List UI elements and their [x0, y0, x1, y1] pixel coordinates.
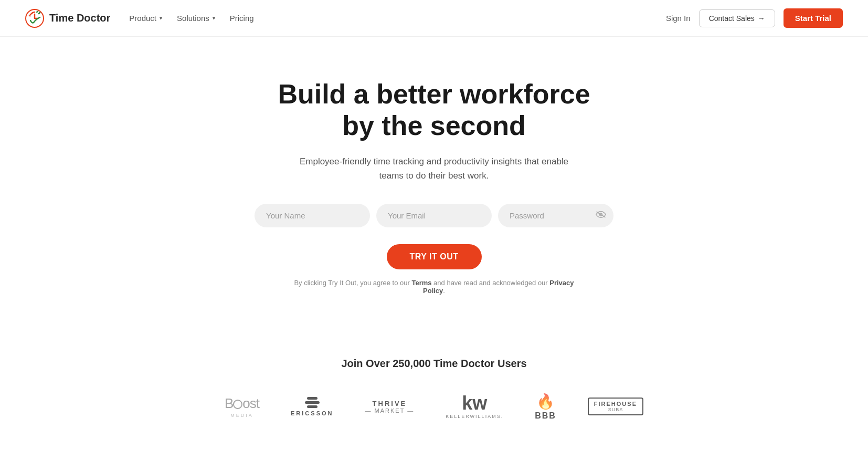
boost-media-logo: Bost MEDIA [225, 395, 259, 418]
logo-text: Time Doctor [49, 12, 110, 24]
email-input[interactable] [376, 204, 492, 227]
hero-section: Build a better workforce by the second E… [0, 37, 868, 326]
nav-left: Time Doctor Product ▾ Solutions ▾ Pricin… [25, 9, 254, 28]
logo-icon [25, 9, 44, 28]
hero-subtitle: Employee-friendly time tracking and prod… [292, 154, 576, 183]
thrive-market-logo: THRIVE — MARKET — [365, 400, 415, 414]
password-wrapper [498, 204, 613, 227]
arrow-right-icon: → [758, 14, 765, 23]
contact-sales-button[interactable]: Contact Sales → [699, 9, 775, 27]
terms-link[interactable]: Terms [411, 279, 431, 287]
nav-pricing[interactable]: Pricing [230, 14, 254, 23]
keller-williams-logo: kw KELLERWILLIAMS. [446, 394, 503, 419]
nav-right: Sign In Contact Sales → Start Trial [666, 8, 843, 28]
navbar: Time Doctor Product ▾ Solutions ▾ Pricin… [0, 0, 868, 37]
nav-product[interactable]: Product ▾ [129, 14, 162, 23]
social-proof-title: Join Over 250,000 Time Doctor Users [10, 358, 858, 370]
eye-icon[interactable] [596, 210, 606, 221]
signup-form [255, 204, 613, 227]
start-trial-button[interactable]: Start Trial [784, 8, 843, 28]
nav-links: Product ▾ Solutions ▾ Pricing [129, 14, 253, 23]
bbb-logo: 🔥 BBB [535, 393, 556, 421]
try-it-out-button[interactable]: TRY IT OUT [387, 244, 482, 269]
hero-title: Build a better workforce by the second [278, 79, 590, 142]
solutions-chevron-icon: ▾ [213, 15, 215, 21]
social-proof-section: Join Over 250,000 Time Doctor Users Bost… [0, 326, 868, 442]
firehouse-subs-logo: FIREHOUSE SUBS [588, 398, 643, 415]
brand-logos-row: Bost MEDIA ERICSSON THRIVE — MARKET — kw… [10, 393, 858, 421]
nav-solutions[interactable]: Solutions ▾ [177, 14, 215, 23]
product-chevron-icon: ▾ [160, 15, 162, 21]
sign-in-link[interactable]: Sign In [666, 14, 691, 23]
ericsson-logo: ERICSSON [291, 397, 333, 416]
logo-link[interactable]: Time Doctor [25, 9, 110, 28]
name-input[interactable] [255, 204, 370, 227]
terms-text: By clicking Try It Out, you agree to our… [292, 279, 576, 295]
